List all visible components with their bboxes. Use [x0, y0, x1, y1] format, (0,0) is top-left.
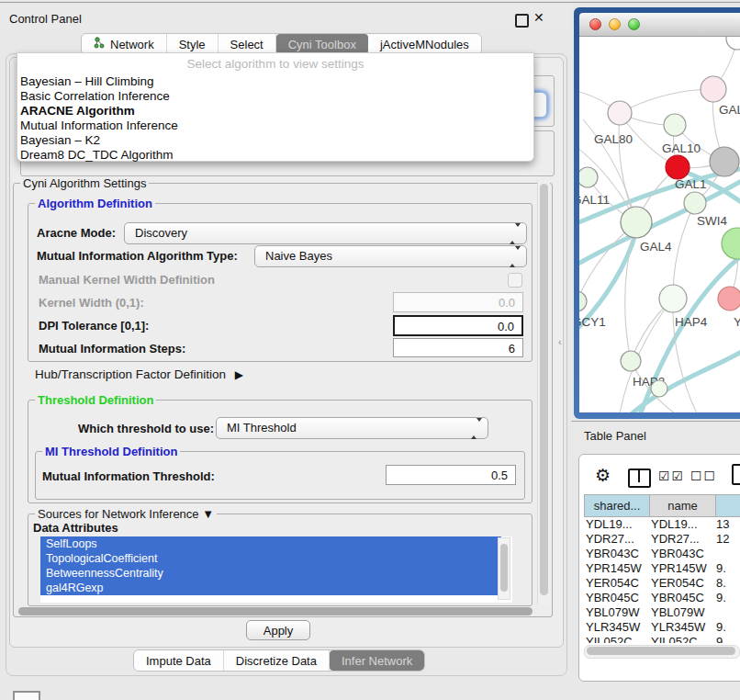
table-row[interactable]: YBL079WYBL079W	[584, 605, 740, 620]
table-row[interactable]: YPR145WYPR145W9.	[584, 561, 740, 576]
network-node[interactable]	[722, 228, 740, 259]
attribute-list-item[interactable]: BetweennessCentrality	[40, 566, 501, 581]
attribute-list-item[interactable]: gal4RGexp	[40, 581, 501, 595]
zoom-green-icon[interactable]	[628, 18, 640, 30]
which-threshold-select[interactable]: MI Threshold	[216, 417, 488, 439]
mi-steps-field[interactable]: 6	[393, 338, 523, 357]
file-icon[interactable]	[732, 464, 740, 485]
collapse-down-triangle-icon[interactable]: ▼	[202, 507, 214, 521]
table-cell[interactable]: 9.	[712, 620, 740, 635]
network-view-canvas[interactable]: GALGAL80GAL10GAL1GAL11SWI4GAL4GCY1HAP4YH…	[579, 37, 740, 412]
settings-horizontal-scrollbar[interactable]	[17, 606, 536, 616]
table-cell[interactable]: YBR045C	[647, 591, 712, 605]
table-cell[interactable]: 9.	[712, 561, 740, 576]
table-row[interactable]: YDL19...YDL19...13	[584, 517, 740, 532]
close-red-icon[interactable]	[589, 18, 601, 30]
table-cell[interactable]: YBR043C	[584, 547, 647, 561]
settings-vertical-scrollbar-thumb[interactable]	[540, 184, 548, 595]
network-node-gcy1[interactable]	[579, 291, 587, 311]
dropdown-item[interactable]: ARACNE Algorithm	[19, 104, 530, 119]
apply-button[interactable]: Apply	[246, 620, 310, 640]
table-cell[interactable]: 9	[712, 635, 740, 643]
mi-algorithm-type-select[interactable]: Naive Bayes	[254, 245, 527, 267]
table-column-header[interactable]: name	[650, 494, 716, 517]
table-cell[interactable]: YPR145W	[647, 561, 712, 576]
settings-horizontal-scrollbar-thumb[interactable]	[18, 607, 533, 615]
table-cell[interactable]	[712, 605, 740, 620]
table-cell[interactable]: YBR043C	[647, 547, 712, 561]
dropdown-item[interactable]: Bayesian – Hill Climbing	[19, 74, 530, 89]
table-cell[interactable]: YDL19...	[647, 517, 712, 532]
network-node[interactable]	[710, 147, 739, 176]
attributes-scrollbar[interactable]	[498, 537, 510, 600]
network-node-hap2[interactable]	[621, 351, 641, 371]
table-cell[interactable]: YBL079W	[647, 605, 712, 620]
network-node-gal4[interactable]	[621, 207, 652, 238]
dropdown-item[interactable]: Mutual Information Inference	[19, 119, 530, 133]
dropdown-item[interactable]: Bayesian – K2	[19, 133, 530, 148]
tab-impute-data[interactable]: Impute Data	[134, 650, 224, 671]
table-cell[interactable]: YIL052C	[647, 635, 712, 643]
dropdown-item[interactable]: Dream8 DC_TDC Algorithm	[19, 148, 530, 163]
table-cell[interactable]: 13	[712, 517, 740, 532]
attribute-list-item[interactable]: SelfLoops	[40, 536, 501, 551]
panel-divider-handle[interactable]: ‹	[558, 336, 562, 347]
table-cell[interactable]: YER054C	[647, 576, 712, 591]
table-cell[interactable]	[712, 547, 740, 561]
table-cell[interactable]: YDR27...	[584, 532, 647, 547]
network-node-gal11[interactable]	[579, 167, 598, 187]
tab-network[interactable]: Network	[82, 34, 167, 54]
table-horizontal-scrollbar[interactable]	[584, 645, 740, 659]
settings-vertical-scrollbar[interactable]	[537, 180, 550, 604]
table-row[interactable]: YLR345WYLR345W9.	[584, 620, 740, 635]
dropdown-item[interactable]: Basic Correlation Inference	[19, 89, 530, 104]
table-cell[interactable]: YLR345W	[584, 620, 647, 635]
table-cell[interactable]: 12	[712, 532, 740, 547]
kernel-width-field[interactable]: 0.0	[393, 292, 523, 312]
minimized-panel-icon[interactable]	[13, 691, 40, 700]
tab-cyni-toolbox[interactable]: Cyni Toolbox	[276, 34, 368, 54]
table-row[interactable]: YBR043CYBR043C	[584, 547, 740, 561]
table-row[interactable]: YER054CYER054C8.	[584, 576, 740, 591]
close-icon[interactable]: ✕	[533, 10, 544, 25]
table-column-header[interactable]	[716, 494, 740, 517]
aracne-mode-select[interactable]: Discovery	[124, 222, 527, 244]
network-node-gal10[interactable]	[664, 114, 686, 136]
table-column-header[interactable]: shared...	[584, 494, 650, 517]
network-node-gal1[interactable]	[666, 155, 690, 179]
minimize-yellow-icon[interactable]	[609, 18, 621, 30]
tab-style[interactable]: Style	[167, 34, 219, 54]
split-view-icon[interactable]	[628, 469, 651, 488]
unchecked-boxes-icon[interactable]: ☐☐	[690, 469, 717, 483]
expand-right-triangle-icon[interactable]: ▶	[235, 368, 243, 381]
attribute-list-item[interactable]: TopologicalCoefficient	[40, 551, 501, 566]
network-node-gal80[interactable]	[608, 101, 632, 125]
tab-jactivemnodules[interactable]: jActiveMNodules	[368, 34, 481, 54]
network-node-gal[interactable]	[701, 76, 726, 102]
checked-boxes-icon[interactable]: ☑☑	[658, 469, 685, 483]
manual-kernel-width-checkbox[interactable]	[508, 273, 522, 288]
table-cell[interactable]: YER054C	[584, 576, 647, 591]
hub-definition-expander[interactable]: Hub/Transcription Factor Definition ▶	[35, 367, 243, 381]
table-row[interactable]: YBR045CYBR045C9.	[584, 591, 740, 605]
table-row[interactable]: YDR27...YDR27...12	[584, 532, 740, 547]
table-cell[interactable]: YBR045C	[584, 591, 647, 605]
network-window-titlebar[interactable]	[579, 13, 740, 37]
gear-icon[interactable]: ⚙	[595, 465, 611, 486]
table-cell[interactable]: YDL19...	[584, 517, 647, 532]
tab-infer-network[interactable]: Infer Network	[330, 650, 424, 671]
table-row[interactable]: YIL052CYIL052C9	[584, 635, 740, 643]
table-cell[interactable]: YDR27...	[647, 532, 712, 547]
network-node-y[interactable]	[718, 287, 740, 310]
network-node-hap4[interactable]	[659, 285, 687, 312]
tab-select[interactable]: Select	[219, 34, 276, 54]
float-window-icon[interactable]	[515, 14, 529, 28]
table-cell[interactable]: YLR345W	[647, 620, 712, 635]
table-cell[interactable]: YIL052C	[584, 635, 647, 643]
table-cell[interactable]: 8.	[712, 576, 740, 591]
network-node[interactable]	[651, 380, 667, 397]
table-cell[interactable]: YPR145W	[584, 561, 647, 576]
network-node-swi4[interactable]	[684, 192, 706, 214]
table-horizontal-scrollbar-thumb[interactable]	[587, 647, 735, 655]
table-cell[interactable]: 9.	[712, 591, 740, 605]
